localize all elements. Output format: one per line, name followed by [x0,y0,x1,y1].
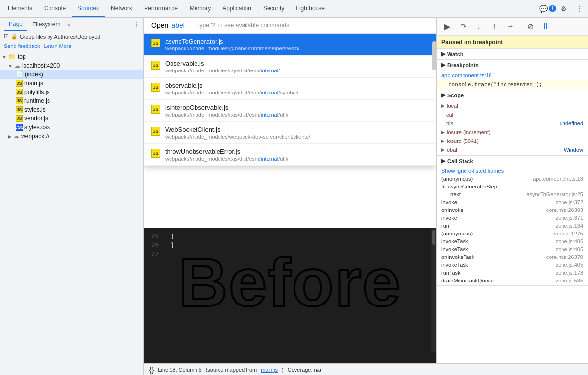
subtab-page[interactable]: Page [4,18,27,31]
ac-text: WebSocketClient.js webpack:///node_modul… [165,126,310,140]
js-file-icon: JS [16,80,23,87]
more-options-icon-button[interactable]: ⋮ [572,2,586,16]
autocomplete-overlay: Open label Type '?' to see available com… [144,18,436,166]
cs-item-oninvoketask[interactable]: onInvokeTask core.mjs:26370 [437,253,588,261]
autocomplete-item-5[interactable]: JS throwUnobservableError.js webpack:///… [144,144,436,166]
cs-item-asyncgeneratorstep[interactable]: ▼ asyncGeneratorStep [437,183,588,190]
scrollbar-thumb[interactable] [432,230,435,245]
js-file-icon: JS [151,39,160,47]
tree-item-vendorjs[interactable]: JS vendor.js [0,114,143,123]
autocomplete-item-2[interactable]: JS observable.js webpack:///node_modules… [144,78,436,100]
sidebar: Page Filesystem » ⋮ ☑ 🔒 Group files by A… [0,18,144,375]
cs-item-invoketask3[interactable]: invokeTask zone.js:405 [437,261,588,269]
tree-item-stylesjs[interactable]: JS styles.js [0,105,143,114]
scrollbar-thumb[interactable] [432,41,436,70]
autocomplete-input-value[interactable]: label [170,22,185,29]
tab-elements[interactable]: Elements [2,0,38,17]
tab-application[interactable]: Application [217,0,257,17]
cs-item-anonymous[interactable]: (anonymous) app.component.ts:18 [437,175,588,183]
scope-cal[interactable]: cal [437,110,588,119]
breakpoints-section-title[interactable]: ▶ Breakpoints [437,60,588,70]
js-file-icon: JS [16,89,23,95]
tree-item-runtimejs[interactable]: JS runtime.js [0,96,143,105]
line-col: Line 18, Column 5 [158,367,201,373]
group-toolbar: ☑ 🔒 Group files by Authored/Deployed [0,31,143,42]
autocomplete-item-3[interactable]: JS isInteropObservable.js webpack:///nod… [144,100,436,122]
tree-item-localhost[interactable]: ▼ ☁ localhost:4200 [0,61,143,70]
cs-item-anonymous2[interactable]: (anonymous) zone.js:1275 [437,230,588,237]
chat-icon-button[interactable]: 💬1 [541,2,555,16]
main-content: Page Filesystem » ⋮ ☑ 🔒 Group files by A… [0,18,588,375]
source-file-link[interactable]: main.js [261,367,278,373]
tab-security[interactable]: Security [257,0,290,17]
cs-item-run[interactable]: run zone.js:134 [437,222,588,230]
deactivate-breakpoints-button[interactable]: ⊘ [523,20,537,33]
code-content: } } [163,228,436,262]
scope-closure-increment[interactable]: ▶ losure (increment) [437,128,588,137]
cs-item-invoketask2[interactable]: invokeTask zone.js:405 [437,245,588,253]
scope-section-title[interactable]: ▶ Scope [437,90,588,100]
tree-item-polyfillsjs[interactable]: JS polyfills.js [0,88,143,96]
right-panel: Open label Type '?' to see available com… [144,18,588,375]
chevron-down-icon: ▼ [8,63,13,69]
scope-his[interactable]: his: undefined [437,119,588,128]
status-bar: {} Line 18, Column 5 (source mapped from… [144,363,588,375]
devtools-tab-bar: Elements Console Sources Network Perform… [0,0,588,18]
call-stack-section-title[interactable]: ▶ Call Stack [437,156,588,166]
breakpoint-code-row[interactable]: console.trace("incremented"); [437,80,588,89]
cs-item-invoke1[interactable]: invoke zone.js:372 [437,198,588,206]
scope-global[interactable]: ▶ obal Window [437,145,588,154]
subtab-more-icon[interactable]: » [67,22,70,27]
js-file-icon: JS [151,61,160,70]
source-mapped-label: (source mapped from [206,367,257,373]
chevron-right-icon: ▶ [441,139,445,143]
sources-subtabs: Page Filesystem » ⋮ [0,18,143,31]
step-out-button[interactable]: ↑ [488,20,501,33]
subtab-overflow-icon[interactable]: ⋮ [133,21,139,28]
resume-button[interactable]: ▶ [441,20,454,33]
debugger-scroll-area[interactable]: ▶ Watch ▶ Breakpoints app.component.ts:1… [437,49,588,363]
cs-item-oninvoke[interactable]: onInvoke core.mjs:26383 [437,206,588,214]
tab-performance[interactable]: Performance [138,0,184,17]
watch-section-title[interactable]: ▶ Watch [437,49,588,59]
tab-network[interactable]: Network [105,0,138,17]
tab-console[interactable]: Console [38,0,72,17]
step-into-button[interactable]: ↓ [472,20,486,33]
ac-text: observable.js webpack:///node_modules/rx… [165,82,298,95]
autocomplete-item-1[interactable]: JS Observable.js webpack:///node_modules… [144,56,436,78]
tab-memory[interactable]: Memory [184,0,217,17]
js-file-icon: JS [151,83,160,92]
breakpoint-item[interactable]: app.component.ts:18 [437,71,588,80]
debugger-panel: ▶ ↷ ↓ ↑ → ⊘ ⏸ Paused on breakpoint [436,18,588,363]
tree-item-webpack[interactable]: ▶ ☁ webpack:// [0,132,143,141]
chevron-right-icon: ▶ [441,158,445,164]
step-over-button[interactable]: ↷ [456,20,470,33]
format-button[interactable]: {} [149,366,154,374]
subtab-filesystem[interactable]: Filesystem [27,18,65,31]
js-file-icon: JS [16,106,23,113]
step-button[interactable]: → [503,20,517,33]
tab-lighthouse[interactable]: Lighthouse [290,0,331,17]
show-ignore-listed[interactable]: Show ignore-listed frames [437,167,588,175]
autocomplete-item-0[interactable]: JS asyncToGenerator.js webpack:///node_m… [144,34,436,56]
feedback-bar: Send feedback Learn More [0,42,143,50]
tree-item-stylescss[interactable]: CSS styles.css [0,123,143,132]
cs-item-invoketask1[interactable]: invokeTask zone.js:406 [437,237,588,245]
tab-sources[interactable]: Sources [72,0,105,17]
settings-icon-button[interactable]: ⚙ [557,2,570,16]
tree-item-index[interactable]: 📄 (index) [0,70,143,79]
js-file-icon: JS [16,115,23,122]
tree-item-top[interactable]: ▼ 📁 top [0,52,143,61]
ac-text: isInteropObservable.js webpack:///node_m… [165,104,288,117]
code-editor[interactable]: 25 26 27 } } [144,228,436,363]
cs-item-invoke2[interactable]: invoke zone.js:371 [437,214,588,222]
code-scrollbar[interactable] [431,228,436,352]
cs-item-next[interactable]: _next asyncToGenerator.js:25 [437,190,588,198]
cs-item-runtask[interactable]: runTask zone.js:178 [437,269,588,277]
tree-item-mainjs[interactable]: JS main.js [0,79,143,88]
pause-on-exception-button[interactable]: ⏸ [539,20,553,33]
autocomplete-item-4[interactable]: JS WebSocketClient.js webpack:///node_mo… [144,122,436,144]
cs-item-drainmicrotask[interactable]: drainMicroTaskQueue zone.js:585 [437,277,588,284]
scope-local[interactable]: ▶ local [437,101,588,110]
scope-closure-5041[interactable]: ▶ losure (5041) [437,137,588,145]
